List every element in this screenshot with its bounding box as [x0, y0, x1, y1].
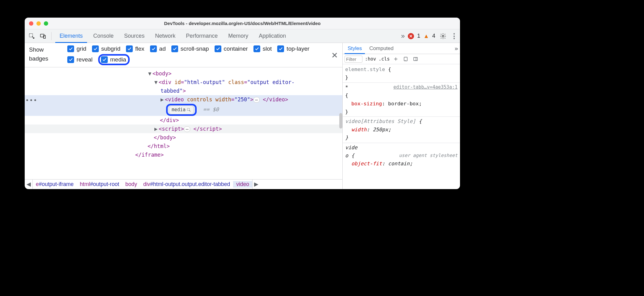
rule-source-ua: user agent stylesheet — [399, 152, 458, 159]
main-toolbar: Elements Console Sources Network Perform… — [25, 29, 460, 43]
badge-media[interactable]: media — [101, 56, 126, 63]
more-tabs-icon[interactable]: » — [401, 32, 405, 40]
badge-slot[interactable]: slot — [253, 45, 272, 52]
badge-grid[interactable]: grid — [67, 45, 86, 52]
svg-point-3 — [442, 35, 444, 37]
style-rule-video-ua[interactable]: video user agent stylesheet { object-fit… — [345, 144, 458, 168]
inspect-element-icon[interactable] — [27, 32, 36, 41]
badges-list: grid subgrid flex ad scroll-snap contain… — [67, 45, 327, 65]
badge-subgrid[interactable]: subgrid — [92, 45, 120, 52]
tab-application[interactable]: Application — [254, 29, 290, 43]
dom-node-div-close[interactable]: </div> — [25, 116, 342, 125]
badge-flex[interactable]: flex — [126, 45, 144, 52]
dom-node-iframe-close[interactable]: </iframe> — [25, 150, 342, 159]
collapsed-content-icon[interactable]: ⋯ — [184, 126, 190, 132]
dom-node-script[interactable]: ▶<script>⋯ </script> — [25, 125, 342, 133]
badge-ad[interactable]: ad — [150, 45, 166, 52]
console-ref: == $0 — [203, 106, 219, 112]
svg-rect-6 — [414, 57, 417, 61]
badge-container[interactable]: container — [215, 45, 248, 52]
styles-pane: Styles Computed » :hov .cls element.styl… — [343, 43, 460, 189]
breadcrumb: ◀ e#output-iframe html#output-root body … — [25, 179, 342, 189]
tab-elements[interactable]: Elements — [55, 29, 87, 43]
badge-reveal[interactable]: reveal — [67, 54, 93, 65]
more-styles-tabs-icon[interactable]: » — [454, 45, 458, 52]
tab-network[interactable]: Network — [151, 29, 180, 43]
divider — [51, 32, 52, 40]
dom-tree[interactable]: ▼<body> ▼<div id="html-output" class="ou… — [25, 67, 342, 179]
settings-icon[interactable] — [438, 32, 448, 41]
dom-node-div-cont[interactable]: tabbed"> — [25, 87, 342, 95]
warning-count[interactable]: 4 — [432, 33, 435, 39]
scrollbar[interactable] — [339, 113, 342, 129]
maximize-window-button[interactable] — [44, 21, 48, 26]
breadcrumb-left-icon[interactable]: ◀ — [25, 180, 33, 189]
breadcrumb-item-selected[interactable]: video — [233, 181, 252, 188]
dom-node-video-badge-line[interactable]: media == $0 — [25, 104, 342, 116]
close-badges-icon[interactable]: ✕ — [331, 51, 338, 60]
dom-node-div-open[interactable]: ▼<div id="html-output" class="output edi… — [25, 78, 342, 87]
badges-bar: Show badges grid subgrid flex ad scroll-… — [25, 43, 342, 67]
window-title: DevTools - developer.mozilla.org/en-US/d… — [25, 21, 460, 26]
style-rule-element[interactable]: element.style { } — [345, 66, 458, 82]
device-toggle-icon[interactable] — [38, 32, 48, 41]
styles-filter-input[interactable] — [345, 56, 362, 63]
breadcrumb-item[interactable]: html#output-root — [77, 181, 122, 188]
hov-toggle[interactable]: :hov — [365, 56, 376, 62]
dom-node-body-open[interactable]: ▼<body> — [25, 69, 342, 78]
computed-toggle-icon[interactable] — [402, 55, 409, 63]
cls-toggle[interactable]: .cls — [378, 56, 390, 62]
collapsed-content-icon[interactable]: ⋯ — [253, 97, 260, 103]
new-rule-icon[interactable] — [392, 55, 399, 63]
badges-label: Show badges — [29, 45, 63, 63]
tab-styles[interactable]: Styles — [345, 43, 365, 54]
traffic-lights — [25, 21, 48, 26]
close-window-button[interactable] — [29, 21, 33, 26]
styles-tabs: Styles Computed » — [343, 43, 460, 54]
sidebar-toggle-icon[interactable] — [412, 55, 419, 63]
styles-filter-bar: :hov .cls — [343, 54, 460, 64]
titlebar: DevTools - developer.mozilla.org/en-US/d… — [25, 18, 460, 29]
dom-node-video[interactable]: ••• ▶<video controls width="250">⋯ </vid… — [25, 95, 342, 104]
warning-count-icon[interactable]: ▲ — [423, 33, 429, 40]
tab-computed[interactable]: Computed — [366, 43, 396, 54]
media-badge-pill[interactable]: media — [169, 105, 194, 114]
badge-media-highlight: media — [98, 54, 130, 65]
dom-node-html-close[interactable]: </html> — [25, 142, 342, 150]
media-badge-highlight: media — [166, 104, 197, 116]
tab-performance[interactable]: Performance — [182, 29, 222, 43]
tab-console[interactable]: Console — [89, 29, 118, 43]
error-count-icon[interactable]: ✕ — [408, 33, 414, 39]
tab-sources[interactable]: Sources — [120, 29, 149, 43]
minimize-window-button[interactable] — [36, 21, 41, 26]
breadcrumb-item[interactable]: e#output-iframe — [33, 181, 77, 188]
kebab-menu-icon[interactable]: ⋮ — [451, 32, 458, 40]
breadcrumb-right-icon[interactable]: ▶ — [252, 180, 260, 189]
breadcrumb-item[interactable]: body — [122, 181, 140, 188]
rule-source-link[interactable]: editor-tabb…v=4ae353a:1 — [393, 83, 458, 91]
elements-pane: Show badges grid subgrid flex ad scroll-… — [25, 43, 343, 189]
dom-node-body-close[interactable]: </body> — [25, 133, 342, 142]
badge-scroll-snap[interactable]: scroll-snap — [171, 45, 209, 52]
devtools-window: DevTools - developer.mozilla.org/en-US/d… — [25, 18, 460, 189]
badge-top-layer[interactable]: top-layer — [277, 45, 309, 52]
error-count[interactable]: 1 — [417, 33, 420, 39]
svg-rect-5 — [404, 57, 408, 61]
tab-memory[interactable]: Memory — [224, 29, 253, 43]
style-rule-universal[interactable]: * editor-tabb…v=4ae353a:1 { box-sizing: … — [345, 83, 458, 116]
styles-rules[interactable]: element.style { } * editor-tabb…v=4ae353… — [343, 64, 460, 189]
selection-handle-icon[interactable]: ••• — [25, 95, 37, 105]
breadcrumb-item[interactable]: div#html-output.output.editor-tabbed — [140, 181, 233, 188]
style-rule-video-attr[interactable]: video[Attributes Style] { width: 250px; … — [345, 117, 458, 142]
